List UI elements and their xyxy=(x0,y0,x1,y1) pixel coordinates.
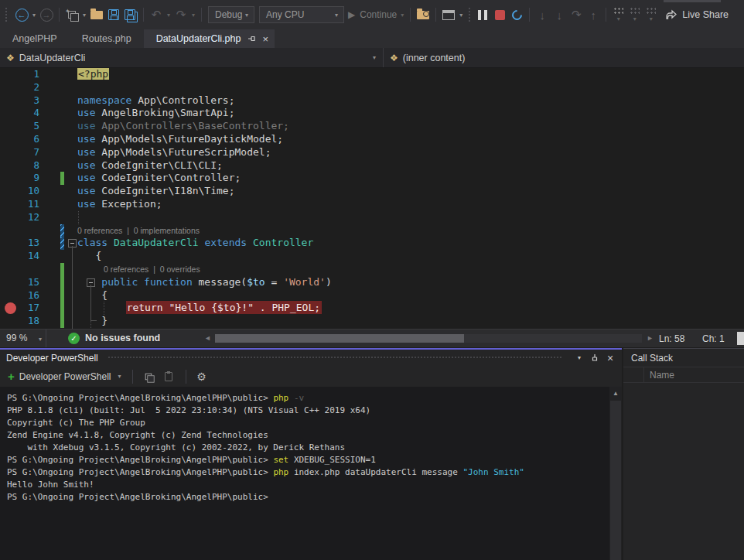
terminal-output[interactable]: PS G:\Ongoing Project\AngelBroking\Angel… xyxy=(0,387,609,560)
name-column-header[interactable]: Name xyxy=(650,370,674,381)
code-editor[interactable]: 1<?php23namespace App\Controllers;4use A… xyxy=(0,68,744,329)
redo-caret[interactable]: ▾ xyxy=(189,12,197,19)
pin-icon[interactable] xyxy=(247,34,257,43)
line-number[interactable]: 14 xyxy=(0,250,49,263)
code-line[interactable]: 12 xyxy=(0,211,744,224)
continue-button[interactable]: ▶ Continue xyxy=(346,9,398,20)
new-project-caret[interactable]: ▾ xyxy=(80,12,88,19)
horizontal-scrollbar-thumb[interactable] xyxy=(215,334,464,343)
code-line[interactable]: 1<?php xyxy=(0,68,744,81)
restart-button[interactable] xyxy=(508,5,525,25)
panel-header[interactable]: Developer PowerShell ▾ × xyxy=(0,350,622,366)
code-line[interactable]: 9use CodeIgniter\Controller; xyxy=(0,172,744,185)
pin-panel-icon[interactable] xyxy=(588,351,602,365)
shell-selector[interactable]: Developer PowerShell xyxy=(19,371,111,382)
codelens-link[interactable]: 0 references | 0 implementations xyxy=(77,224,200,237)
line-indicator: Ln: 58 xyxy=(659,333,684,344)
code-line[interactable]: 4use AngelBroking\SmartApi; xyxy=(0,107,744,120)
line-number[interactable]: 12 xyxy=(0,211,49,224)
navigate-back-button[interactable]: ← xyxy=(13,5,30,25)
undo-caret[interactable]: ▾ xyxy=(165,12,172,19)
open-file-button[interactable] xyxy=(88,5,105,25)
terminal-scrollbar-thumb[interactable] xyxy=(610,401,621,560)
live-share-button[interactable]: Live Share xyxy=(665,9,729,20)
step-out-button[interactable]: ↷ xyxy=(568,5,585,25)
continue-caret[interactable]: ▾ xyxy=(398,12,406,19)
output-window-button[interactable]: ▾ xyxy=(646,7,656,22)
new-project-button[interactable]: ✦ xyxy=(63,5,80,25)
line-number[interactable]: 10 xyxy=(0,185,49,198)
line-number[interactable]: 2 xyxy=(0,81,49,94)
tab-angelphp[interactable]: AngelPHP xyxy=(0,29,70,48)
line-number[interactable]: 5 xyxy=(0,120,49,133)
line-number[interactable]: 4 xyxy=(0,107,49,120)
pause-icon xyxy=(478,10,487,20)
code-line[interactable]: 17 return "Hello {$to}!" . PHP_EOL; xyxy=(0,302,744,315)
codelens-row: 0 references | 0 implementations xyxy=(0,224,744,237)
horizontal-scrollbar[interactable] xyxy=(215,334,642,343)
close-panel-icon[interactable]: × xyxy=(603,351,617,365)
configuration-dropdown[interactable]: Debug ▾ xyxy=(208,6,254,23)
copy-button[interactable] xyxy=(142,370,155,384)
code-line[interactable]: 15 public function message($to = 'World'… xyxy=(0,276,744,289)
line-number[interactable]: 6 xyxy=(0,133,49,146)
codelens-link[interactable]: 0 references | 0 overrides xyxy=(104,263,200,276)
code-line[interactable]: 6use App\Models\FutureDaytickModel; xyxy=(0,133,744,146)
new-terminal-button[interactable]: + xyxy=(8,370,15,383)
code-line[interactable]: 14 { xyxy=(0,250,744,263)
code-line[interactable]: 7use App\Models\FutureScripModel; xyxy=(0,146,744,159)
shell-selector-caret[interactable]: ▾ xyxy=(116,373,124,380)
redo-button[interactable]: ↷ xyxy=(172,5,189,25)
scroll-left-arrow[interactable]: ◄ xyxy=(204,334,211,342)
line-number[interactable]: 16 xyxy=(0,289,49,302)
line-number[interactable]: 13 xyxy=(0,237,49,250)
code-line[interactable]: 2 xyxy=(0,81,744,94)
line-number[interactable]: 9 xyxy=(0,172,49,185)
code-line[interactable]: 5use App\Controllers\BaseController; xyxy=(0,120,744,133)
panel-menu-caret[interactable]: ▾ xyxy=(572,351,586,365)
type-dropdown[interactable]: ❖ DataUpdaterCli ▾ xyxy=(0,48,384,67)
code-line[interactable]: 11use Exception; xyxy=(0,198,744,211)
line-number[interactable]: 8 xyxy=(0,159,49,172)
toolbar-grip-handle[interactable] xyxy=(5,7,9,22)
terminal-settings-button[interactable]: ⚙ xyxy=(195,370,209,384)
code-line[interactable]: 13class DataUpdaterCli extends Controlle… xyxy=(0,237,744,250)
line-number[interactable]: 11 xyxy=(0,198,49,211)
navigate-forward-button[interactable]: → xyxy=(38,5,55,25)
close-tab-icon[interactable]: × xyxy=(262,33,268,45)
step-into-button[interactable]: ↓ xyxy=(534,5,551,25)
exceptions-window-button[interactable]: ▾ xyxy=(630,7,640,22)
scroll-up-arrow[interactable]: ▲ xyxy=(609,390,622,397)
break-all-button[interactable] xyxy=(474,5,491,25)
step-return-button[interactable]: ↑ xyxy=(585,5,602,25)
line-number[interactable]: 7 xyxy=(0,146,49,159)
stop-debugging-button[interactable] xyxy=(491,5,508,25)
line-number[interactable]: 1 xyxy=(0,68,49,81)
line-number[interactable]: 15 xyxy=(0,276,49,289)
back-dropdown-caret[interactable]: ▾ xyxy=(30,12,38,19)
line-number[interactable]: 3 xyxy=(0,94,49,108)
code-line[interactable]: 10use CodeIgniter\I18n\Time; xyxy=(0,185,744,198)
tab-dataupdatercli-php[interactable]: DataUpdaterCli.php × xyxy=(144,29,275,48)
platform-dropdown[interactable]: Any CPU ▾ xyxy=(259,6,344,23)
member-dropdown[interactable]: ❖ (inner content) xyxy=(384,48,465,67)
save-button[interactable] xyxy=(105,5,122,25)
zoom-dropdown[interactable]: 99 % ▾ xyxy=(0,330,46,347)
undo-button[interactable]: ↶ xyxy=(148,5,165,25)
terminal-scrollbar[interactable]: ▲ xyxy=(609,387,622,560)
browser-link-caret[interactable]: ▾ xyxy=(457,12,465,19)
line-number[interactable]: 18 xyxy=(0,315,49,328)
code-line[interactable]: 16 { xyxy=(0,289,744,302)
code-line[interactable]: 3namespace App\Controllers; xyxy=(0,94,744,108)
code-line[interactable]: 18 } xyxy=(0,315,744,328)
column-divider xyxy=(643,367,644,382)
step-over-button[interactable]: ↓ xyxy=(551,5,568,25)
find-in-files-button[interactable] xyxy=(415,5,432,25)
save-all-button[interactable] xyxy=(122,5,139,25)
tab-routes-php[interactable]: Routes.php xyxy=(70,29,144,48)
breakpoints-window-button[interactable]: ▾ xyxy=(613,7,623,22)
scroll-right-arrow[interactable]: ► xyxy=(647,334,654,342)
browser-link-button[interactable] xyxy=(440,5,457,25)
code-line[interactable]: 8use CodeIgniter\CLI\CLI; xyxy=(0,159,744,172)
paste-button[interactable] xyxy=(162,370,176,384)
